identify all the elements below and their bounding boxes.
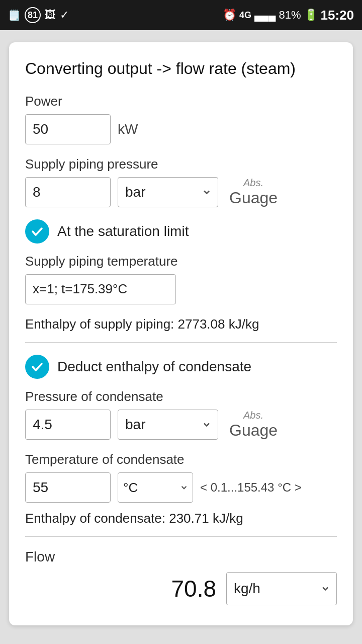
status-bar: 🗒️ 81 🖼 ✓ ⏰ 4G ▄▄▄ 81% 🔋 15:20 bbox=[0, 0, 362, 30]
power-input[interactable] bbox=[25, 114, 111, 144]
supply-temp-row bbox=[25, 274, 337, 304]
alarm-icon: ⏰ bbox=[223, 9, 236, 22]
status-time: 15:20 bbox=[321, 8, 354, 23]
divider-2 bbox=[25, 536, 337, 537]
guage-label: Guage bbox=[229, 189, 278, 207]
battery-icon: 🔋 bbox=[304, 9, 318, 22]
condensate-temp-row: °C °F K < 0.1...155.43 °C > bbox=[25, 472, 337, 503]
supply-enthalpy-text: Enthalpy of supply piping: 2773.08 kJ/kg bbox=[25, 316, 337, 332]
saturation-checkbox-row[interactable]: At the saturation limit bbox=[25, 219, 337, 244]
condensate-pressure-label: Pressure of condensate bbox=[25, 389, 337, 405]
flow-label: Flow bbox=[25, 549, 337, 565]
flow-section: Flow 70.8 kg/h kg/s t/h lb/h bbox=[25, 549, 337, 605]
condensate-enthalpy-text: Enthalpy of condensate: 230.71 kJ/kg bbox=[25, 511, 337, 526]
supply-pressure-input[interactable] bbox=[25, 177, 111, 207]
status-right-icons: ⏰ 4G ▄▄▄ 81% 🔋 15:20 bbox=[223, 8, 354, 23]
badge-icon: 81 bbox=[25, 7, 41, 23]
supply-pressure-row: bar MPa psi Abs. Guage bbox=[25, 177, 337, 207]
flow-unit-select[interactable]: kg/h kg/s t/h lb/h bbox=[226, 572, 337, 605]
condensate-abs-guage-block: Abs. Guage bbox=[229, 410, 278, 440]
battery-percentage: 81% bbox=[279, 9, 301, 22]
supply-temp-input[interactable] bbox=[25, 274, 176, 304]
status-left-icons: 🗒️ 81 🖼 ✓ bbox=[8, 7, 69, 23]
condensate-temp-unit-select[interactable]: °C °F K bbox=[118, 472, 193, 503]
condensate-temp-label: Temperature of condensate bbox=[25, 452, 337, 467]
4g-icon: 4G bbox=[239, 10, 251, 21]
saturation-checkbox-label: At the saturation limit bbox=[57, 223, 189, 239]
power-unit: kW bbox=[118, 121, 138, 137]
card-title: Converting output -> flow rate (steam) bbox=[25, 58, 337, 79]
abs-label: Abs. bbox=[243, 177, 263, 189]
condensate-guage-label: Guage bbox=[229, 421, 278, 440]
signal-icon: ▄▄▄ bbox=[254, 10, 276, 21]
supply-pressure-label: Supply piping pressure bbox=[25, 156, 337, 172]
condensate-checkbox-row[interactable]: Deduct enthalpy of condensate bbox=[25, 355, 337, 379]
supply-pressure-unit-select[interactable]: bar MPa psi bbox=[118, 177, 218, 207]
divider-1 bbox=[25, 342, 337, 343]
supply-temp-label: Supply piping temperature bbox=[25, 254, 337, 269]
condensate-checkbox-label: Deduct enthalpy of condensate bbox=[57, 359, 251, 375]
condensate-pressure-input[interactable] bbox=[25, 410, 111, 440]
saturation-checkbox-icon[interactable] bbox=[25, 219, 49, 244]
condensate-pressure-row: bar MPa psi Abs. Guage bbox=[25, 410, 337, 440]
check-icon: ✓ bbox=[60, 9, 69, 22]
flow-row: 70.8 kg/h kg/s t/h lb/h bbox=[25, 572, 337, 605]
condensate-checkbox-icon[interactable] bbox=[25, 355, 49, 379]
app-icon-1: 🗒️ bbox=[8, 9, 21, 21]
power-label: Power bbox=[25, 94, 337, 109]
condensate-temp-range: < 0.1...155.43 °C > bbox=[200, 480, 302, 495]
condensate-abs-label: Abs. bbox=[243, 410, 263, 421]
checkmark-icon bbox=[30, 224, 44, 238]
flow-value: 70.8 bbox=[171, 575, 216, 602]
power-row: kW bbox=[25, 114, 337, 144]
image-icon: 🖼 bbox=[45, 9, 56, 22]
condensate-pressure-unit-select[interactable]: bar MPa psi bbox=[118, 410, 218, 440]
main-card: Converting output -> flow rate (steam) P… bbox=[9, 42, 353, 625]
abs-guage-block: Abs. Guage bbox=[229, 177, 278, 207]
condensate-checkmark-icon bbox=[30, 360, 44, 374]
condensate-temp-input[interactable] bbox=[25, 472, 111, 503]
